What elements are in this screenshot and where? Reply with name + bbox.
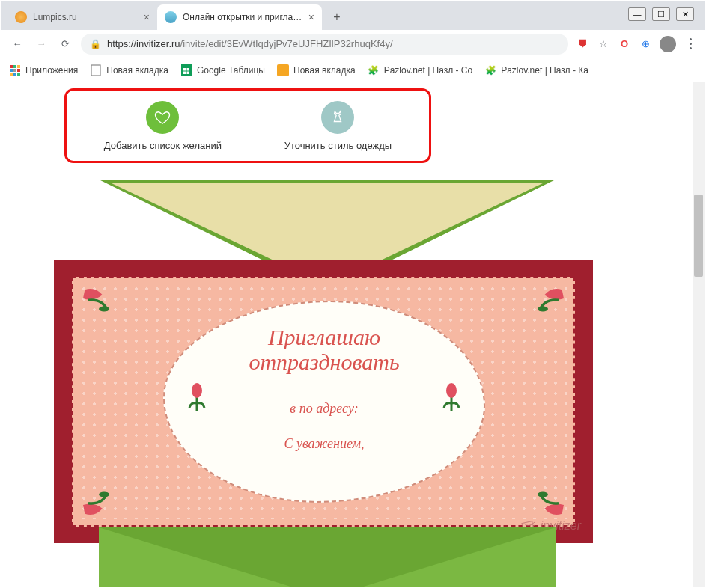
favicon-invitizer bbox=[165, 11, 177, 23]
bookmark-label: Новая вкладка bbox=[106, 65, 168, 76]
reload-button[interactable]: ⟳ bbox=[57, 36, 73, 52]
rose-corner-icon bbox=[78, 468, 130, 521]
add-wishlist-button[interactable]: Добавить список желаний bbox=[104, 101, 222, 151]
svg-rect-6 bbox=[10, 73, 13, 76]
svg-point-16 bbox=[99, 492, 109, 497]
svg-rect-9 bbox=[91, 65, 100, 76]
menu-button[interactable] bbox=[684, 38, 697, 49]
fav-icon bbox=[277, 64, 289, 76]
bookmark-label: Google Таблицы bbox=[197, 65, 265, 76]
rose-corner-icon bbox=[517, 283, 569, 335]
card-inner: Приглашаю отпраздновать в по адресу: С у… bbox=[72, 277, 575, 527]
action-label: Уточнить стиль одежды bbox=[284, 140, 392, 151]
action-label: Добавить список желаний bbox=[104, 140, 222, 151]
bookmark-pazlov1[interactable]: 🧩 Pazlov.net | Пазл - Со bbox=[368, 64, 472, 76]
card-line3: в по адресу: bbox=[165, 401, 484, 417]
page-icon bbox=[90, 64, 102, 76]
bookmark-label: Новая вкладка bbox=[293, 65, 356, 76]
star-icon[interactable]: ☆ bbox=[597, 37, 610, 51]
svg-rect-4 bbox=[13, 69, 16, 72]
extension-opera-icon[interactable]: O bbox=[618, 37, 631, 51]
url-protocol: https:// bbox=[107, 38, 136, 49]
svg-rect-2 bbox=[17, 65, 20, 68]
card-line2: отпраздновать bbox=[165, 349, 484, 374]
svg-rect-8 bbox=[17, 73, 20, 76]
invitation envelope-stage: Приглашаю отпраздновать в по адресу: С у… bbox=[54, 180, 600, 587]
rose-corner-icon bbox=[517, 468, 569, 521]
tab-close-icon[interactable]: × bbox=[308, 11, 314, 23]
bookmark-sheets[interactable]: Google Таблицы bbox=[180, 64, 265, 76]
svg-rect-1 bbox=[13, 65, 16, 68]
extension-icon[interactable]: ⛊ bbox=[576, 37, 589, 51]
page-content: Добавить список желаний Уточнить стиль о… bbox=[1, 82, 705, 587]
tab-title: Онлайн открытки и приглашен bbox=[183, 12, 302, 22]
bookmark-pazlov2[interactable]: 🧩 Pazlov.net | Пазл - Ка bbox=[484, 64, 588, 76]
actions-highlight: Добавить список желаний Уточнить стиль о… bbox=[64, 88, 431, 163]
window-close-button[interactable]: ✕ bbox=[676, 7, 694, 21]
url-domain: invitizer.ru bbox=[136, 38, 180, 49]
bookmark-item[interactable]: Новая вкладка bbox=[277, 64, 356, 76]
bookmark-item[interactable]: Новая вкладка bbox=[90, 64, 168, 76]
svg-point-15 bbox=[538, 307, 548, 312]
envelope-front bbox=[99, 527, 556, 587]
extension-globe-icon[interactable]: ⊕ bbox=[639, 37, 652, 51]
tab-title: Lumpics.ru bbox=[33, 12, 138, 22]
tab-strip: Lumpics.ru × Онлайн открытки и приглашен… bbox=[1, 1, 705, 30]
heart-icon bbox=[146, 101, 179, 134]
tab-lumpics[interactable]: Lumpics.ru × bbox=[7, 4, 157, 30]
svg-point-17 bbox=[538, 492, 548, 497]
bookmark-label: Pazlov.net | Пазл - Со bbox=[384, 65, 472, 76]
card-line4: С уважением, bbox=[165, 436, 484, 452]
profile-avatar[interactable] bbox=[660, 36, 676, 52]
scrollbar-track[interactable] bbox=[693, 82, 705, 587]
puzzle-icon: 🧩 bbox=[368, 64, 380, 76]
rose-corner-icon bbox=[78, 283, 130, 335]
tab-invitizer[interactable]: Онлайн открытки и приглашен × bbox=[157, 4, 322, 30]
scrollbar-thumb[interactable] bbox=[694, 195, 703, 277]
svg-rect-5 bbox=[17, 69, 20, 72]
card-line1: Приглашаю bbox=[165, 325, 484, 349]
svg-point-14 bbox=[99, 307, 109, 312]
text-cloud: Приглашаю отпраздновать в по адресу: С у… bbox=[163, 301, 485, 503]
address-bar[interactable]: 🔒 https://invitizer.ru/invite/edit/3EvWt… bbox=[81, 34, 568, 55]
forward-button[interactable]: → bbox=[33, 36, 49, 52]
window-maximize-button[interactable]: ☐ bbox=[652, 7, 670, 21]
invitation-card[interactable]: Приглашаю отпраздновать в по адресу: С у… bbox=[54, 260, 593, 543]
bookmark-label: Приложения bbox=[25, 65, 78, 76]
lock-icon: 🔒 bbox=[90, 39, 101, 49]
apps-button[interactable]: Приложения bbox=[9, 64, 78, 76]
svg-rect-3 bbox=[10, 69, 13, 72]
browser-window: Lumpics.ru × Онлайн открытки и приглашен… bbox=[1, 1, 705, 587]
back-button[interactable]: ← bbox=[9, 36, 25, 52]
tab-close-icon[interactable]: × bbox=[144, 11, 150, 23]
card-text-block: Приглашаю отпраздновать в по адресу: С у… bbox=[165, 325, 484, 452]
apps-icon bbox=[9, 64, 21, 76]
dress-code-button[interactable]: Уточнить стиль одежды bbox=[284, 101, 392, 151]
dress-icon bbox=[321, 101, 354, 134]
bookmark-label: Pazlov.net | Пазл - Ка bbox=[501, 65, 588, 76]
svg-rect-7 bbox=[13, 73, 16, 76]
sheets-icon bbox=[180, 64, 192, 76]
bookmarks-bar: Приложения Новая вкладка Google Таблицы … bbox=[1, 58, 705, 82]
toolbar: ← → ⟳ 🔒 https://invitizer.ru/invite/edit… bbox=[1, 30, 705, 58]
new-tab-button[interactable]: + bbox=[326, 7, 347, 28]
svg-rect-0 bbox=[10, 65, 13, 68]
window-minimize-button[interactable]: — bbox=[628, 7, 646, 21]
favicon-lumpics bbox=[15, 11, 27, 23]
puzzle-icon: 🧩 bbox=[484, 64, 496, 76]
url-path: /invite/edit/3EvWtIqdyjPv7eUJFHZIlP32rhu… bbox=[180, 38, 393, 49]
